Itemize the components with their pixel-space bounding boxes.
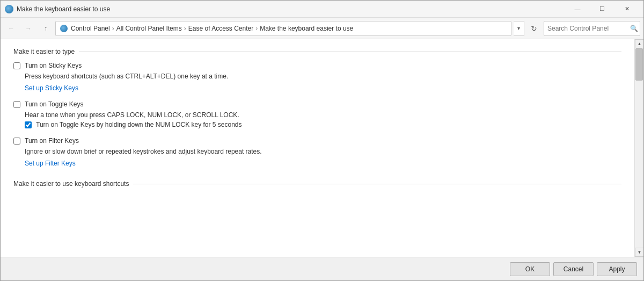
sticky-keys-link[interactable]: Set up Sticky Keys (25, 84, 78, 92)
filter-keys-link[interactable]: Set up Filter Keys (25, 160, 76, 167)
sticky-keys-description: Press keyboard shortcuts (such as CTRL+A… (25, 73, 621, 80)
toggle-keys-checkbox[interactable] (13, 101, 20, 108)
refresh-button[interactable]: ↻ (526, 21, 541, 36)
sticky-keys-row: Turn on Sticky Keys (13, 62, 621, 69)
section-type: Make it easier to type Turn on Sticky Ke… (13, 48, 621, 176)
footer: OK Cancel Apply (1, 257, 643, 280)
window-title: Make the keyboard easier to use (17, 5, 565, 13)
scroll-up-arrow[interactable]: ▲ (635, 39, 643, 48)
main-window: Make the keyboard easier to use — ☐ ✕ ← … (0, 0, 644, 281)
filter-keys-label[interactable]: Turn on Filter Keys (25, 137, 79, 145)
up-button[interactable]: ↑ (38, 21, 53, 36)
back-button[interactable]: ← (4, 21, 19, 36)
ok-button[interactable]: OK (510, 262, 550, 276)
breadcrumb-all-items[interactable]: All Control Panel Items (116, 25, 182, 32)
search-box: 🔍 (544, 21, 640, 36)
main-area: Make it easier to type Turn on Sticky Ke… (1, 39, 643, 257)
sticky-keys-label[interactable]: Turn on Sticky Keys (25, 62, 82, 69)
title-bar: Make the keyboard easier to use — ☐ ✕ (1, 1, 643, 18)
section-type-heading: Make it easier to type (13, 48, 621, 55)
address-bar: ← → ↑ Control Panel › All Control Panel … (1, 18, 643, 39)
path-icon (60, 25, 68, 32)
scroll-down-arrow[interactable]: ▼ (635, 248, 643, 257)
window-icon (5, 5, 13, 13)
search-icon: 🔍 (630, 25, 638, 32)
cancel-button[interactable]: Cancel (553, 262, 594, 276)
apply-button[interactable]: Apply (597, 262, 637, 276)
window-controls: — ☐ ✕ (565, 1, 639, 18)
breadcrumb-current: Make the keyboard easier to use (260, 25, 353, 32)
breadcrumb-ease-of-access[interactable]: Ease of Access Center (188, 25, 253, 32)
section-shortcuts: Make it easier to use keyboard shortcuts (13, 180, 621, 188)
address-dropdown[interactable]: ▾ (514, 21, 524, 36)
section-shortcuts-heading: Make it easier to use keyboard shortcuts (13, 180, 621, 188)
breadcrumb-control-panel[interactable]: Control Panel (71, 25, 110, 32)
scroll-thumb[interactable] (635, 48, 643, 81)
toggle-keys-row: Turn on Toggle Keys (13, 100, 621, 108)
filter-keys-description: Ignore or slow down brief or repeated ke… (25, 148, 621, 155)
filter-keys-row: Turn on Filter Keys (13, 137, 621, 145)
scrollbar: ▲ ▼ (634, 39, 643, 257)
breadcrumb-path: Control Panel › All Control Panel Items … (55, 21, 511, 36)
toggle-keys-label[interactable]: Turn on Toggle Keys (25, 100, 83, 108)
search-input[interactable] (547, 25, 628, 32)
close-button[interactable]: ✕ (614, 1, 639, 18)
content-area: Make it easier to type Turn on Sticky Ke… (1, 39, 634, 257)
filter-keys-checkbox[interactable] (13, 138, 20, 145)
forward-button[interactable]: → (21, 21, 36, 36)
toggle-keys-description: Hear a tone when you press CAPS LOCK, NU… (25, 111, 621, 119)
scroll-thumb-area (635, 48, 643, 248)
toggle-keys-sub-checkbox[interactable] (25, 121, 32, 128)
toggle-keys-sub-row: Turn on Toggle Keys by holding down the … (25, 121, 621, 128)
maximize-button[interactable]: ☐ (590, 1, 614, 18)
sticky-keys-checkbox[interactable] (13, 62, 20, 69)
minimize-button[interactable]: — (565, 1, 590, 18)
toggle-keys-sub-label[interactable]: Turn on Toggle Keys by holding down the … (36, 121, 242, 128)
